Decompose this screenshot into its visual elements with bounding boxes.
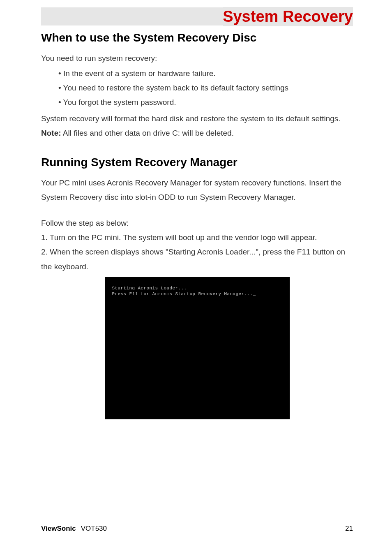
screenshot-line1: Starting Acronis Loader... [112, 285, 282, 291]
section1-intro: You need to run system recovery: [41, 51, 353, 65]
footer-model: VOT530 [81, 525, 107, 532]
page-header: System Recovery [0, 0, 392, 25]
section2-heading: Running System Recovery Manager [41, 156, 353, 169]
section2-step1: 1. Turn on the PC mini. The system will … [41, 230, 353, 245]
section1-bullets: • In the event of a system or hardware f… [41, 66, 353, 109]
bullet-item: • In the event of a system or hardware f… [41, 66, 353, 81]
section2-step2: 2. When the screen displays shows "Start… [41, 245, 353, 273]
bullet-item: • You need to restore the system back to… [41, 81, 353, 95]
footer-left: ViewSonicVOT530 [41, 525, 107, 533]
page-content: When to use the System Recovery Disc You… [0, 25, 392, 419]
section1-after: System recovery will format the hard dis… [41, 111, 353, 126]
boot-screenshot: Starting Acronis Loader... Press F11 for… [105, 277, 290, 419]
page-footer: ViewSonicVOT530 21 [41, 525, 353, 533]
section1-heading: When to use the System Recovery Disc [41, 31, 353, 44]
section2-follow: Follow the step as below: [41, 216, 353, 230]
bullet-item: • You forgot the system password. [41, 95, 353, 109]
page-title: System Recovery [223, 7, 353, 26]
section2-para1: Your PC mini uses Acronis Recovery Manag… [41, 176, 353, 204]
note-text: All files and other data on drive C: wil… [61, 129, 234, 137]
footer-brand: ViewSonic [41, 525, 76, 532]
footer-page: 21 [345, 525, 353, 533]
screenshot-line2: Press F11 for Acronis Startup Recovery M… [112, 291, 282, 297]
note-label: Note: [41, 129, 61, 137]
section1-note: Note: All files and other data on drive … [41, 126, 353, 140]
